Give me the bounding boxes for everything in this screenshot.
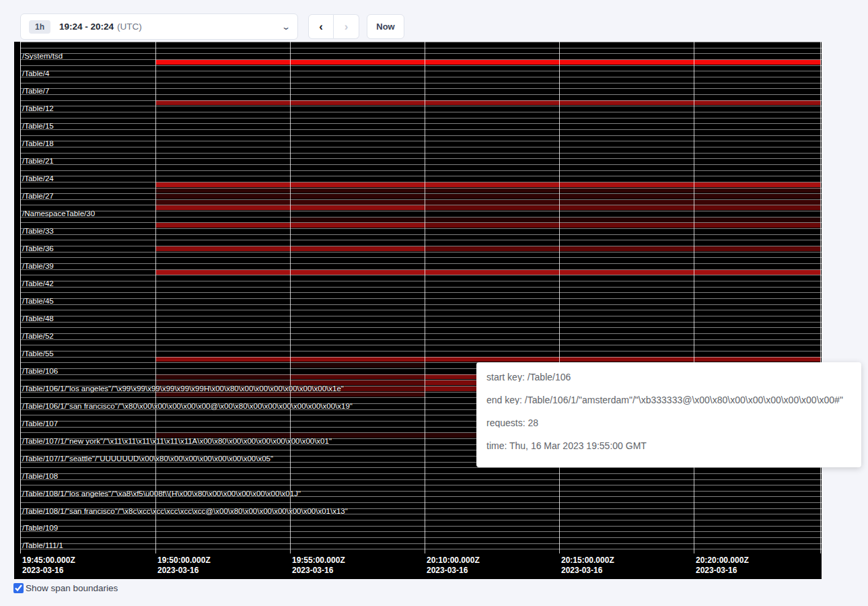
time-nav-group: ‹ › — [308, 14, 359, 39]
heat-band[interactable] — [425, 205, 821, 210]
span-boundary-line — [20, 479, 822, 480]
heat-band[interactable] — [155, 60, 821, 65]
heat-band[interactable] — [425, 223, 821, 228]
span-boundaries-checkbox[interactable] — [13, 583, 24, 593]
span-boundary-line — [20, 246, 822, 246]
span-boundary-line — [20, 234, 822, 235]
chevron-left-icon: ‹ — [319, 20, 323, 34]
keyspan-label: /Table/33 — [22, 227, 54, 236]
time-gridline — [425, 42, 425, 553]
span-boundary-line — [20, 543, 822, 544]
span-boundaries-control: Show span boundaries — [13, 583, 118, 593]
span-boundary-line — [20, 77, 822, 77]
span-boundary-line — [20, 217, 822, 217]
span-boundary-line — [20, 485, 822, 485]
keyspan-label: /Table/21 — [22, 157, 54, 166]
span-boundary-line — [20, 112, 822, 112]
span-boundary-line — [20, 205, 822, 205]
keyvis-canvas[interactable]: /System/tsd/Table/4/Table/7/Table/12/Tab… — [14, 42, 822, 579]
keyspan-label: /Table/24 — [22, 174, 54, 183]
span-boundary-line — [20, 42, 822, 42]
tooltip-time: time: Thu, 16 Mar 2023 19:55:00 GMT — [486, 441, 851, 450]
time-gridline — [155, 42, 156, 553]
heat-band[interactable] — [425, 246, 821, 251]
span-boundary-line — [20, 141, 822, 141]
heat-band[interactable] — [290, 217, 821, 222]
keyspan-label: /Table/106 — [22, 367, 58, 376]
span-boundary-line — [20, 118, 822, 119]
heat-band[interactable] — [155, 100, 821, 105]
axis-tick-date: 2023-03-16 — [427, 566, 468, 575]
span-boundary-line — [20, 333, 822, 334]
span-boundary-line — [20, 351, 822, 351]
span-boundary-line — [20, 322, 822, 323]
keyspan-label: /Table/39 — [22, 262, 54, 271]
axis-tick-time: 19:50:00.000Z — [157, 556, 211, 565]
span-boundary-line — [20, 263, 822, 264]
heat-band[interactable] — [155, 188, 821, 193]
keyspan-label: /Table/107/1/"new york"/"\x11\x11\x11\x1… — [22, 437, 332, 446]
heat-band[interactable] — [155, 194, 821, 199]
span-boundary-line — [20, 164, 822, 165]
heat-band[interactable] — [155, 270, 821, 275]
span-boundary-line — [20, 467, 822, 468]
span-boundary-line — [20, 537, 822, 538]
heat-band[interactable] — [155, 374, 290, 379]
heat-band[interactable] — [155, 182, 821, 187]
keyspan-label: /Table/107/1/"seattle"/"UUUUUUD\x00\x80\… — [22, 454, 273, 463]
span-boundary-line — [20, 287, 822, 288]
keyspan-label: /Table/42 — [22, 279, 54, 288]
span-boundary-line — [20, 135, 822, 136]
span-boundary-line — [20, 257, 822, 258]
span-boundary-line — [20, 252, 822, 252]
axis-tick-date: 2023-03-16 — [22, 566, 63, 575]
span-boundary-line — [20, 531, 822, 532]
span-boundary-line — [20, 88, 822, 89]
axis-tick-date: 2023-03-16 — [696, 566, 737, 575]
span-boundary-line — [20, 339, 822, 340]
range-label: 19:24 - 20:24 — [59, 22, 114, 32]
heat-band[interactable] — [290, 363, 425, 368]
next-time-button[interactable]: › — [334, 14, 359, 39]
key-visualizer-page: 1h 19:24 - 20:24 (UTC) ⌄ ‹ › Now /System… — [0, 0, 868, 606]
keyspan-label: /Table/55 — [22, 349, 54, 358]
span-boundary-line — [20, 549, 822, 549]
span-boundary-line — [20, 158, 822, 159]
span-boundary-line — [20, 71, 822, 71]
span-boundary-line — [20, 170, 822, 171]
span-boundary-line — [20, 240, 822, 240]
span-boundary-line — [20, 502, 822, 503]
span-boundary-line — [20, 316, 822, 316]
time-gridline — [20, 42, 21, 553]
heat-band[interactable] — [290, 374, 425, 379]
prev-time-button[interactable]: ‹ — [308, 14, 334, 39]
span-boundary-line — [20, 188, 822, 189]
heat-band[interactable] — [155, 357, 821, 362]
span-boundary-line — [20, 53, 822, 54]
keyspan-label: /Table/12 — [22, 104, 54, 113]
keyspan-label: /Table/18 — [22, 139, 54, 148]
span-boundary-line — [20, 345, 822, 345]
range-duration-badge: 1h — [29, 20, 50, 34]
keyspan-label: /Table/106/1/"los angeles"/"\x99\x99\x99… — [22, 384, 344, 393]
tooltip-start-key: start key: /Table/106 — [486, 372, 851, 382]
heat-band[interactable] — [155, 200, 821, 205]
time-range-selector[interactable]: 1h 19:24 - 20:24 (UTC) ⌄ — [20, 13, 298, 40]
span-boundary-line — [20, 357, 822, 358]
keyspan-label: /Table/15 — [22, 122, 54, 131]
tooltip-end-key: end key: /Table/106/1/"amsterdam"/"\xb33… — [486, 395, 851, 405]
keyspan-label: /Table/48 — [22, 314, 54, 323]
span-boundary-line — [20, 473, 822, 474]
span-boundary-line — [20, 176, 822, 176]
span-boundary-line — [20, 292, 822, 293]
now-button[interactable]: Now — [367, 14, 404, 39]
span-boundary-line — [20, 147, 822, 147]
axis-tick-time: 19:45:00.000Z — [22, 556, 75, 565]
keyspan-label: /Table/106/1/"san francisco"/"\x80\x00\x… — [22, 402, 353, 411]
axis-tick-date: 2023-03-16 — [561, 566, 602, 575]
span-boundary-line — [20, 182, 822, 182]
keyspan-label: /Table/52 — [22, 332, 54, 341]
span-boundary-line — [20, 48, 822, 48]
span-boundary-line — [20, 310, 822, 310]
span-boundary-line — [20, 327, 822, 328]
